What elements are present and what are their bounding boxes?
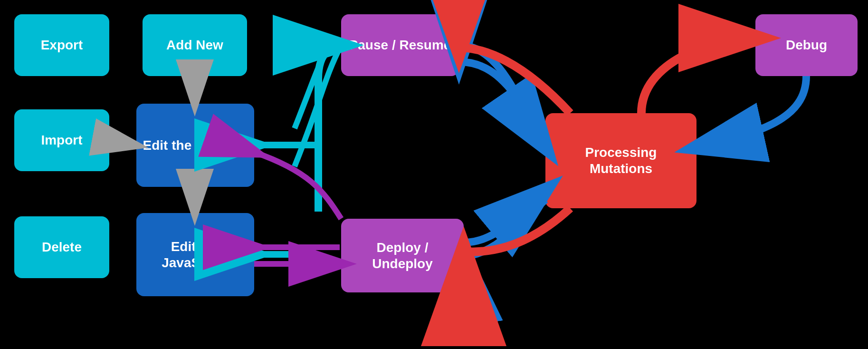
- add-new-node[interactable]: Add New: [143, 14, 247, 76]
- edit-js-node[interactable]: Edit the JavaScript: [136, 213, 254, 296]
- deploy-undeploy-node[interactable]: Deploy / Undeploy: [341, 219, 464, 292]
- delete-node[interactable]: Delete: [14, 216, 109, 278]
- svg-line-2: [109, 140, 134, 145]
- processing-mutations-node[interactable]: Processing Mutations: [545, 113, 696, 208]
- export-node[interactable]: Export: [14, 14, 109, 76]
- debug-node[interactable]: Debug: [755, 14, 858, 76]
- edit-settings-node[interactable]: Edit the Settings: [136, 104, 254, 187]
- pause-resume-node[interactable]: Pause / Resume: [341, 14, 459, 76]
- import-node[interactable]: Import: [14, 109, 109, 171]
- diagram: Export Import Delete Add New Edit the Se…: [0, 0, 868, 349]
